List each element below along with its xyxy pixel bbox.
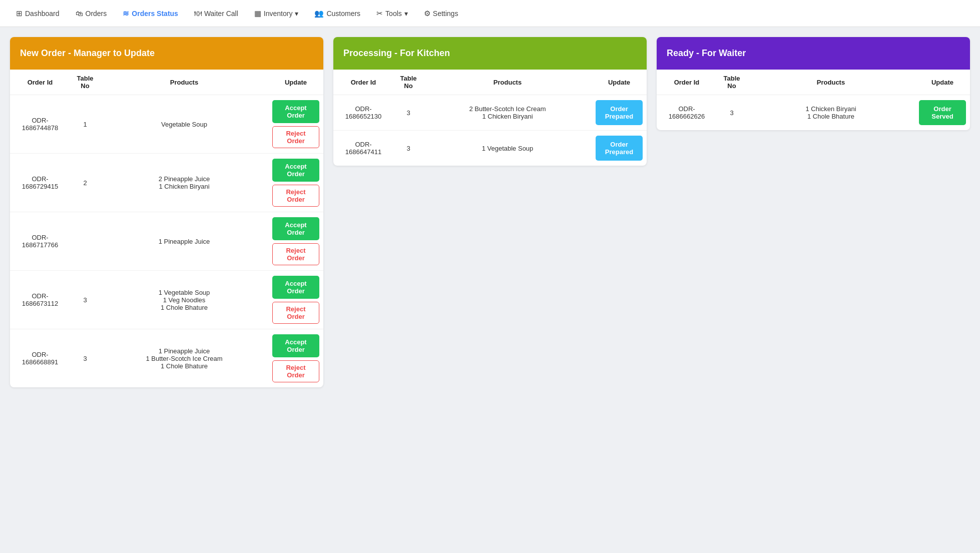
table-row: ODR-168666889131 Pineapple Juice1 Butter… xyxy=(10,329,323,388)
col-order-id-1: Order Id xyxy=(10,70,70,95)
reject-order-button[interactable]: Reject Order xyxy=(272,302,319,324)
nav-label-orders-status: Orders Status xyxy=(132,10,178,18)
order-id-cell: ODR-1686647411 xyxy=(333,131,393,166)
update-cell: Accept OrderReject Order xyxy=(268,329,323,388)
table-row: ODR-16867448781Vegetable SoupAccept Orde… xyxy=(10,95,323,154)
nav-item-customers[interactable]: 👥Customers xyxy=(308,6,366,21)
nav-item-orders-status[interactable]: ≋Orders Status xyxy=(117,6,184,21)
order-prepared-button[interactable]: Order Prepared xyxy=(596,136,643,161)
products-cell: Vegetable Soup xyxy=(100,95,268,154)
order-id-cell: ODR-1686717766 xyxy=(10,212,70,271)
processing-title: Processing - For Kitchen xyxy=(343,48,450,58)
tools-icon: ✂ xyxy=(376,9,383,18)
processing-panel: Processing - For Kitchen Order Id TableN… xyxy=(333,37,647,166)
products-cell: 2 Pineapple Juice1 Chicken Biryani xyxy=(100,154,268,212)
products-cell: 1 Pineapple Juice1 Butter-Scotch Ice Cre… xyxy=(100,329,268,388)
chevron-down-icon: ▾ xyxy=(404,10,408,18)
products-cell: 1 Pineapple Juice xyxy=(100,212,268,271)
table-no-cell: 1 xyxy=(70,95,100,154)
ready-header: Ready - For Waiter xyxy=(657,37,970,70)
chevron-down-icon: ▾ xyxy=(295,10,298,18)
col-order-id-3: Order Id xyxy=(657,70,717,95)
nav-label-waiter-call: Waiter Call xyxy=(204,10,238,18)
accept-order-button[interactable]: Accept Order xyxy=(272,159,319,182)
nav-item-dashboard[interactable]: ⊞Dashboard xyxy=(10,6,66,21)
settings-icon: ⚙ xyxy=(424,9,430,18)
orders-icon: 🛍 xyxy=(76,9,83,18)
table-row: ODR-168665213032 Butter-Scotch Ice Cream… xyxy=(333,95,647,131)
orders-status-icon: ≋ xyxy=(123,9,129,18)
accept-order-button[interactable]: Accept Order xyxy=(272,276,319,299)
nav-item-inventory[interactable]: ▦Inventory ▾ xyxy=(248,6,305,21)
order-id-cell: ODR-1686744878 xyxy=(10,95,70,154)
dashboard-icon: ⊞ xyxy=(16,9,23,18)
reject-order-button[interactable]: Reject Order xyxy=(272,360,319,382)
table-row: ODR-16867177661 Pineapple JuiceAccept Or… xyxy=(10,212,323,271)
waiter-call-icon: 🍽 xyxy=(194,9,202,18)
nav-item-orders[interactable]: 🛍Orders xyxy=(70,6,113,21)
table-no-cell: 3 xyxy=(393,131,423,166)
col-update-3: Update xyxy=(915,70,970,95)
col-products-3: Products xyxy=(747,70,915,95)
col-order-id-2: Order Id xyxy=(333,70,393,95)
products-cell: 1 Chicken Biryani1 Chole Bhature xyxy=(747,95,915,131)
col-table-no-2: TableNo xyxy=(393,70,423,95)
update-cell: Order Served xyxy=(915,95,970,131)
nav-label-settings: Settings xyxy=(433,10,458,18)
main-content: New Order - Manager to Update Order Id T… xyxy=(0,27,980,397)
update-cell: Accept OrderReject Order xyxy=(268,154,323,212)
new-order-header: New Order - Manager to Update xyxy=(10,37,323,70)
table-no-cell: 3 xyxy=(70,271,100,329)
table-no-cell: 3 xyxy=(717,95,747,131)
col-products-2: Products xyxy=(423,70,592,95)
main-nav: ⊞Dashboard🛍Orders≋Orders Status🍽Waiter C… xyxy=(0,0,980,27)
nav-label-orders: Orders xyxy=(86,10,107,18)
update-cell: Accept OrderReject Order xyxy=(268,95,323,154)
processing-table: Order Id TableNo Products Update ODR-168… xyxy=(333,70,647,166)
new-order-table: Order Id TableNo Products Update ODR-168… xyxy=(10,70,323,387)
new-order-title: New Order - Manager to Update xyxy=(20,48,155,58)
order-served-button[interactable]: Order Served xyxy=(919,100,966,125)
table-no-cell: 3 xyxy=(393,95,423,131)
processing-header: Processing - For Kitchen xyxy=(333,37,647,70)
update-cell: Accept OrderReject Order xyxy=(268,212,323,271)
nav-label-dashboard: Dashboard xyxy=(25,10,60,18)
order-id-cell: ODR-1686662626 xyxy=(657,95,717,131)
new-order-panel: New Order - Manager to Update Order Id T… xyxy=(10,37,323,387)
table-row: ODR-168672941522 Pineapple Juice1 Chicke… xyxy=(10,154,323,212)
nav-label-customers: Customers xyxy=(326,10,360,18)
customers-icon: 👥 xyxy=(314,9,324,18)
col-table-no-3: TableNo xyxy=(717,70,747,95)
table-no-cell xyxy=(70,212,100,271)
update-cell: Order Prepared xyxy=(592,131,647,166)
order-prepared-button[interactable]: Order Prepared xyxy=(596,100,643,125)
products-cell: 1 Vegetable Soup xyxy=(423,131,592,166)
accept-order-button[interactable]: Accept Order xyxy=(272,217,319,240)
accept-order-button[interactable]: Accept Order xyxy=(272,334,319,357)
inventory-icon: ▦ xyxy=(254,9,261,18)
ready-title: Ready - For Waiter xyxy=(667,48,746,58)
ready-table: Order Id TableNo Products Update ODR-168… xyxy=(657,70,970,130)
table-row: ODR-168667311231 Vegetable Soup1 Veg Noo… xyxy=(10,271,323,329)
accept-order-button[interactable]: Accept Order xyxy=(272,100,319,123)
order-id-cell: ODR-1686652130 xyxy=(333,95,393,131)
col-update-2: Update xyxy=(592,70,647,95)
update-cell: Accept OrderReject Order xyxy=(268,271,323,329)
reject-order-button[interactable]: Reject Order xyxy=(272,185,319,207)
col-products-1: Products xyxy=(100,70,268,95)
ready-panel: Ready - For Waiter Order Id TableNo Prod… xyxy=(657,37,970,130)
nav-item-settings[interactable]: ⚙Settings xyxy=(418,6,464,21)
table-no-cell: 2 xyxy=(70,154,100,212)
nav-item-tools[interactable]: ✂Tools ▾ xyxy=(370,6,414,21)
table-row: ODR-168664741131 Vegetable SoupOrder Pre… xyxy=(333,131,647,166)
reject-order-button[interactable]: Reject Order xyxy=(272,126,319,148)
order-id-cell: ODR-1686668891 xyxy=(10,329,70,388)
col-table-no-1: TableNo xyxy=(70,70,100,95)
nav-label-inventory: Inventory xyxy=(264,10,293,18)
update-cell: Order Prepared xyxy=(592,95,647,131)
reject-order-button[interactable]: Reject Order xyxy=(272,243,319,265)
order-id-cell: ODR-1686729415 xyxy=(10,154,70,212)
nav-item-waiter-call[interactable]: 🍽Waiter Call xyxy=(188,6,244,21)
table-row: ODR-168666262631 Chicken Biryani1 Chole … xyxy=(657,95,970,131)
table-no-cell: 3 xyxy=(70,329,100,388)
